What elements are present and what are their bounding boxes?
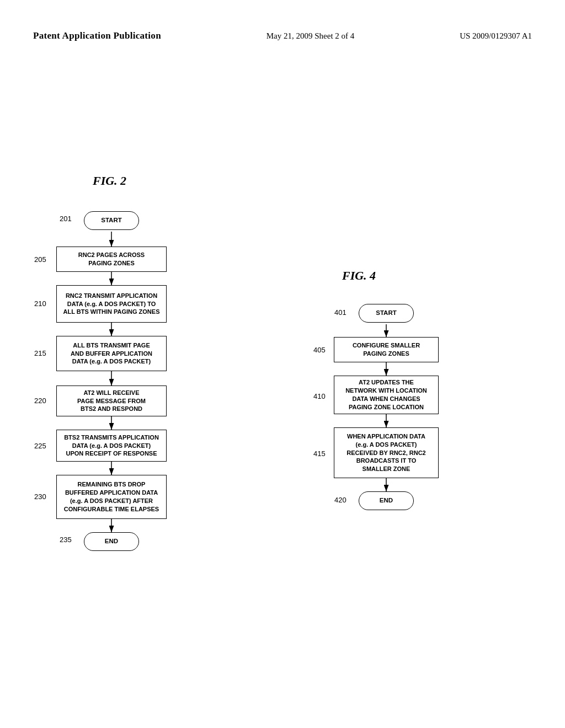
fig2-node-205: RNC2 PAGES ACROSS PAGING ZONES [56, 247, 167, 272]
fig4-label-415: 415 [313, 449, 326, 458]
diagram-area: FIG. 2 START 201 RNC2 PAGES ACROSS PAGIN… [0, 52, 565, 692]
fig4-start-label: 401 [334, 308, 347, 317]
fig2-label-230: 230 [34, 493, 46, 501]
fig2-label-215: 215 [34, 349, 46, 357]
fig2-label-220: 220 [34, 397, 46, 405]
fig2-label-210: 210 [34, 299, 46, 308]
fig2-node-220: AT2 WILL RECEIVE PAGE MESSAGE FROM BTS2 … [56, 386, 167, 416]
fig2-node-210: RNC2 TRANSMIT APPLICATION DATA (e.g. A D… [56, 285, 167, 323]
fig4-label-405: 405 [313, 346, 326, 354]
fig4-title: FIG. 4 [342, 269, 376, 283]
fig2-label-205: 205 [34, 255, 46, 264]
fig2-start-node: START [84, 211, 139, 230]
fig2-node-230: REMAINING BTS DROP BUFFERED APPLICATION … [56, 475, 167, 519]
fig2-label-225: 225 [34, 442, 46, 450]
fig4-start-node: START [359, 304, 414, 323]
publication-title: Patent Application Publication [33, 30, 161, 41]
page-header: Patent Application Publication May 21, 2… [0, 0, 565, 52]
publication-date-sheet: May 21, 2009 Sheet 2 of 4 [266, 31, 355, 41]
fig4-node-415: WHEN APPLICATION DATA (e.g. A DOS PACKET… [334, 427, 439, 478]
fig2-node-215: ALL BTS TRANSMIT PAGE AND BUFFER APPLICA… [56, 336, 167, 371]
fig4-node-405: CONFIGURE SMALLER PAGING ZONES [334, 337, 439, 362]
fig4-label-410: 410 [313, 392, 326, 400]
fig4-node-410: AT2 UPDATES THE NETWORK WITH LOCATION DA… [334, 376, 439, 414]
fig4-end-node: END [359, 491, 414, 510]
arrows-svg [0, 52, 565, 692]
fig2-node-225: BTS2 TRANSMITS APPLICATION DATA (e.g. A … [56, 430, 167, 462]
fig2-start-label: 201 [60, 215, 72, 223]
publication-number: US 2009/0129307 A1 [460, 31, 532, 41]
fig2-end-label: 235 [60, 536, 72, 544]
fig2-end-node: END [84, 532, 139, 551]
fig2-title: FIG. 2 [93, 174, 126, 188]
fig4-end-label: 420 [334, 496, 347, 504]
